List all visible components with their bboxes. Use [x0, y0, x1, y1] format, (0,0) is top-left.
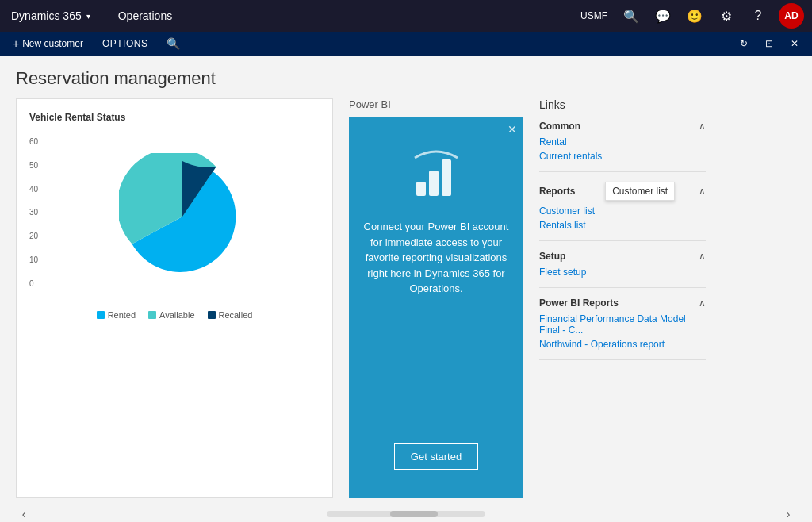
powerbi-label: Power BI: [349, 98, 523, 110]
legend-dot-rented: [97, 311, 105, 319]
legend-dot-recalled: [208, 311, 216, 319]
top-bar-right: USMF 🔍 💬 🙂 ⚙ ? AD: [580, 2, 804, 30]
sub-nav-bar: + New customer OPTIONS 🔍 ↻ ⊡ ✕: [0, 32, 812, 56]
page-title: Reservation management: [0, 56, 812, 98]
options-button[interactable]: OPTIONS: [96, 35, 155, 52]
brand-chevron-icon: ▾: [86, 12, 90, 21]
reports-section-title: Reports: [539, 186, 575, 197]
setup-section-header: Setup ∧: [539, 251, 706, 262]
legend-dot-available: [148, 311, 156, 319]
legend-rented: Rented: [97, 310, 136, 320]
close-button[interactable]: ✕: [783, 33, 806, 55]
legend-recalled: Recalled: [208, 310, 253, 320]
dynamics-brand[interactable]: Dynamics 365 ▾: [8, 0, 105, 32]
links-panel: Links Common ∧ Rental Current rentals Re…: [539, 98, 706, 498]
fleet-setup-link[interactable]: Fleet setup: [539, 267, 706, 278]
restore-button[interactable]: ⊡: [758, 33, 780, 55]
settings-icon[interactable]: ⚙: [712, 2, 741, 30]
svg-rect-0: [416, 182, 426, 196]
northwind-operations-link[interactable]: Northwind - Operations report: [539, 339, 706, 350]
new-customer-label: New customer: [22, 38, 83, 49]
reports-section-header: Reports Customer list ∧: [539, 182, 706, 201]
pie-chart: [119, 153, 246, 280]
search-icon[interactable]: 🔍: [617, 2, 645, 30]
top-nav-bar: Dynamics 365 ▾ Operations USMF 🔍 💬 🙂 ⚙ ?…: [0, 0, 812, 32]
common-section-title: Common: [539, 121, 580, 132]
refresh-button[interactable]: ↻: [733, 33, 755, 55]
svg-rect-1: [429, 171, 439, 196]
powerbi-reports-chevron-icon[interactable]: ∧: [699, 297, 706, 309]
legend-label-rented: Rented: [108, 310, 136, 320]
links-section-reports: Reports Customer list ∧ Customer list Re…: [539, 182, 706, 241]
powerbi-description: Connect your Power BI account for immedi…: [362, 219, 511, 297]
customer-list-tooltip: Customer list: [605, 182, 675, 201]
reports-chevron-icon[interactable]: ∧: [699, 186, 706, 197]
module-title: Operations: [105, 0, 185, 32]
avatar[interactable]: AD: [779, 3, 804, 29]
legend-available: Available: [148, 310, 194, 320]
common-chevron-icon[interactable]: ∧: [699, 121, 706, 132]
content-area: Vehicle Rental Status 60 50 40 30 20 10 …: [0, 98, 812, 506]
plus-icon: +: [13, 37, 19, 50]
powerbi-reports-section-header: Power BI Reports ∧: [539, 297, 706, 309]
links-section-powerbi-reports: Power BI Reports ∧ Financial Performance…: [539, 297, 706, 360]
chart-panel: Vehicle Rental Status 60 50 40 30 20 10 …: [16, 98, 333, 498]
new-customer-button[interactable]: + New customer: [6, 34, 90, 53]
rental-link[interactable]: Rental: [539, 136, 706, 148]
top-bar-left: Dynamics 365 ▾ Operations: [8, 0, 185, 32]
chart-legend: Rented Available Recalled: [97, 310, 253, 320]
search-sub-icon[interactable]: 🔍: [160, 34, 186, 53]
y-axis-labels: 60 50 40 30 20 10 0: [29, 129, 38, 288]
links-section-setup: Setup ∧ Fleet setup: [539, 251, 706, 288]
legend-label-recalled: Recalled: [219, 310, 253, 320]
company-label: USMF: [580, 10, 607, 21]
svg-rect-2: [442, 159, 451, 196]
links-section-common: Common ∧ Rental Current rentals: [539, 121, 706, 172]
chart-title: Vehicle Rental Status: [29, 112, 320, 123]
powerbi-card: ✕ Connect your Power BI account for imme…: [349, 117, 523, 498]
current-rentals-link[interactable]: Current rentals: [539, 151, 706, 162]
setup-chevron-icon[interactable]: ∧: [699, 251, 706, 262]
setup-section-title: Setup: [539, 251, 565, 262]
powerbi-close-button[interactable]: ✕: [508, 123, 517, 136]
links-header: Links: [539, 98, 706, 111]
sub-bar-right: ↻ ⊡ ✕: [733, 33, 806, 55]
powerbi-logo-icon: [408, 148, 464, 206]
common-section-header: Common ∧: [539, 121, 706, 132]
rentals-list-link[interactable]: Rentals list: [539, 220, 706, 231]
powerbi-reports-section-title: Power BI Reports: [539, 297, 619, 309]
legend-label-available: Available: [159, 310, 194, 320]
main-content: Reservation management Vehicle Rental St…: [0, 56, 812, 522]
chat-icon[interactable]: 💬: [649, 2, 677, 30]
emoji-icon[interactable]: 🙂: [680, 2, 709, 30]
customer-list-link[interactable]: Customer list: [539, 205, 706, 217]
financial-performance-link[interactable]: Financial Performance Data Model Final -…: [539, 313, 706, 336]
powerbi-panel: Power BI ✕ Connect your Power BI account…: [349, 98, 523, 498]
left-nav-arrow[interactable]: ‹: [16, 506, 32, 522]
powerbi-get-started-button[interactable]: Get started: [394, 443, 478, 470]
help-icon[interactable]: ?: [744, 2, 772, 30]
chart-container: 60 50 40 30 20 10 0: [29, 129, 320, 320]
brand-label: Dynamics 365: [11, 10, 82, 22]
right-nav-arrow[interactable]: ›: [780, 506, 796, 522]
